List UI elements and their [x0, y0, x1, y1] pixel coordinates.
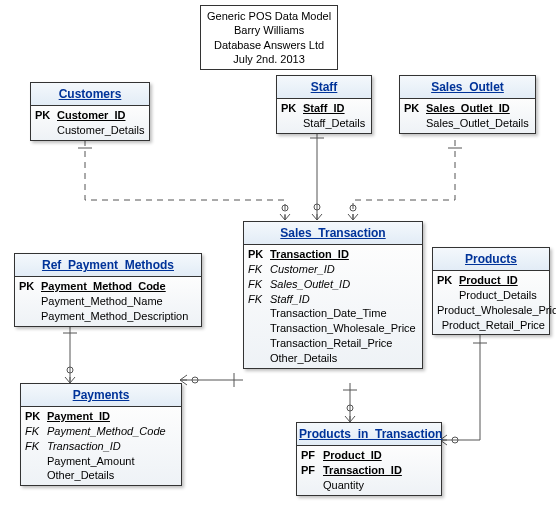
attribute-name: Transaction_ID	[270, 247, 418, 262]
attribute-name: Staff_ID	[270, 292, 418, 307]
attribute-row: PKCustomer_ID	[31, 108, 149, 123]
svg-point-10	[314, 204, 320, 210]
entity-title: Ref_Payment_Methods	[15, 254, 201, 277]
svg-line-24	[180, 375, 187, 380]
entity-customers: Customers PKCustomer_IDCustomer_Details	[30, 82, 150, 141]
key-indicator: FK	[25, 424, 47, 439]
key-indicator: PK	[19, 279, 41, 294]
entity-body: PKTransaction_IDFKCustomer_IDFKSales_Out…	[244, 245, 422, 368]
key-indicator	[35, 123, 57, 138]
attribute-name: Other_Details	[270, 351, 418, 366]
key-indicator: FK	[248, 262, 270, 277]
key-indicator	[248, 321, 270, 336]
key-indicator: PK	[281, 101, 303, 116]
key-indicator	[248, 336, 270, 351]
entity-body: PKPayment_IDFKPayment_Method_CodeFKTrans…	[21, 407, 181, 485]
diagram-title-box: Generic POS Data Model Barry Williams Da…	[200, 5, 338, 70]
attribute-row: Product_Retail_Price	[433, 318, 549, 333]
title-line: July 2nd. 2013	[207, 52, 331, 66]
attribute-name: Other_Details	[47, 468, 177, 483]
entity-sales-transaction: Sales_Transaction PKTransaction_IDFKCust…	[243, 221, 423, 369]
attribute-name: Product_Wholesale_Price	[437, 303, 556, 318]
attribute-name: Product_Retail_Price	[442, 318, 545, 333]
attribute-row: PKSales_Outlet_ID	[400, 101, 535, 116]
attribute-name: Sales_Outlet_Details	[426, 116, 531, 131]
attribute-row: FKSales_Outlet_ID	[244, 277, 422, 292]
attribute-name: Payment_Method_Code	[41, 279, 197, 294]
entity-body: PFProduct_IDPFTransaction_IDQuantity	[297, 446, 441, 495]
attribute-row: FKTransaction_ID	[21, 439, 181, 454]
svg-point-38	[452, 437, 458, 443]
key-indicator	[248, 306, 270, 321]
attribute-row: Product_Details	[433, 288, 549, 303]
attribute-row: Other_Details	[244, 351, 422, 366]
key-indicator	[25, 454, 47, 469]
svg-line-2	[285, 214, 290, 220]
attribute-row: PKStaff_ID	[277, 101, 371, 116]
key-indicator: FK	[25, 439, 47, 454]
svg-line-8	[317, 214, 322, 220]
title-line: Barry Williams	[207, 23, 331, 37]
entity-payments: Payments PKPayment_IDFKPayment_Method_Co…	[20, 383, 182, 486]
attribute-name: Product_Details	[459, 288, 545, 303]
attribute-row: Payment_Method_Description	[15, 309, 201, 324]
attribute-name: Sales_Outlet_ID	[426, 101, 531, 116]
key-indicator	[437, 288, 459, 303]
key-indicator	[19, 309, 41, 324]
svg-point-21	[67, 367, 73, 373]
attribute-name: Product_ID	[323, 448, 437, 463]
title-line: Generic POS Data Model	[207, 9, 331, 23]
entity-products: Products PKProduct_IDProduct_DetailsProd…	[432, 247, 550, 335]
attribute-row: Other_Details	[21, 468, 181, 483]
attribute-name: Payment_Method_Code	[47, 424, 177, 439]
entity-products-in-transaction: Products_in_Transaction PFProduct_IDPFTr…	[296, 422, 442, 496]
key-indicator	[404, 116, 426, 131]
attribute-row: PFProduct_ID	[297, 448, 441, 463]
key-indicator: PK	[35, 108, 57, 123]
key-indicator: PK	[25, 409, 47, 424]
attribute-row: Sales_Outlet_Details	[400, 116, 535, 131]
svg-line-12	[348, 214, 353, 220]
entity-ref-payment-methods: Ref_Payment_Methods PKPayment_Method_Cod…	[14, 253, 202, 327]
attribute-name: Staff_ID	[303, 101, 367, 116]
attribute-row: Customer_Details	[31, 123, 149, 138]
key-indicator: FK	[248, 277, 270, 292]
attribute-row: FKStaff_ID	[244, 292, 422, 307]
key-indicator: PK	[248, 247, 270, 262]
key-indicator: PK	[404, 101, 426, 116]
attribute-row: PKPayment_Method_Code	[15, 279, 201, 294]
attribute-name: Customer_ID	[270, 262, 418, 277]
attribute-name: Payment_Method_Name	[41, 294, 197, 309]
entity-title: Customers	[31, 83, 149, 106]
key-indicator	[281, 116, 303, 131]
attribute-row: Payment_Amount	[21, 454, 181, 469]
attribute-name: Staff_Details	[303, 116, 367, 131]
key-indicator	[248, 351, 270, 366]
attribute-row: Product_Wholesale_Price	[433, 303, 549, 318]
attribute-row: Transaction_Wholesale_Price	[244, 321, 422, 336]
attribute-name: Quantity	[323, 478, 437, 493]
key-indicator: PF	[301, 448, 323, 463]
svg-point-27	[192, 377, 198, 383]
attribute-name: Sales_Outlet_ID	[270, 277, 418, 292]
key-indicator	[301, 478, 323, 493]
attribute-row: PKProduct_ID	[433, 273, 549, 288]
svg-point-33	[347, 405, 353, 411]
entity-title: Sales_Transaction	[244, 222, 422, 245]
attribute-row: PKPayment_ID	[21, 409, 181, 424]
entity-body: PKSales_Outlet_IDSales_Outlet_Details	[400, 99, 535, 133]
attribute-name: Product_ID	[459, 273, 545, 288]
attribute-name: Transaction_ID	[47, 439, 177, 454]
entity-body: PKCustomer_IDCustomer_Details	[31, 106, 149, 140]
entity-body: PKPayment_Method_CodePayment_Method_Name…	[15, 277, 201, 326]
entity-title: Products_in_Transaction	[297, 423, 441, 446]
entity-title: Staff	[277, 76, 371, 99]
svg-point-15	[350, 205, 356, 211]
attribute-name: Payment_ID	[47, 409, 177, 424]
attribute-row: Transaction_Retail_Price	[244, 336, 422, 351]
attribute-name: Transaction_ID	[323, 463, 437, 478]
attribute-name: Customer_ID	[57, 108, 145, 123]
title-line: Database Answers Ltd	[207, 38, 331, 52]
entity-title: Payments	[21, 384, 181, 407]
key-indicator: FK	[248, 292, 270, 307]
